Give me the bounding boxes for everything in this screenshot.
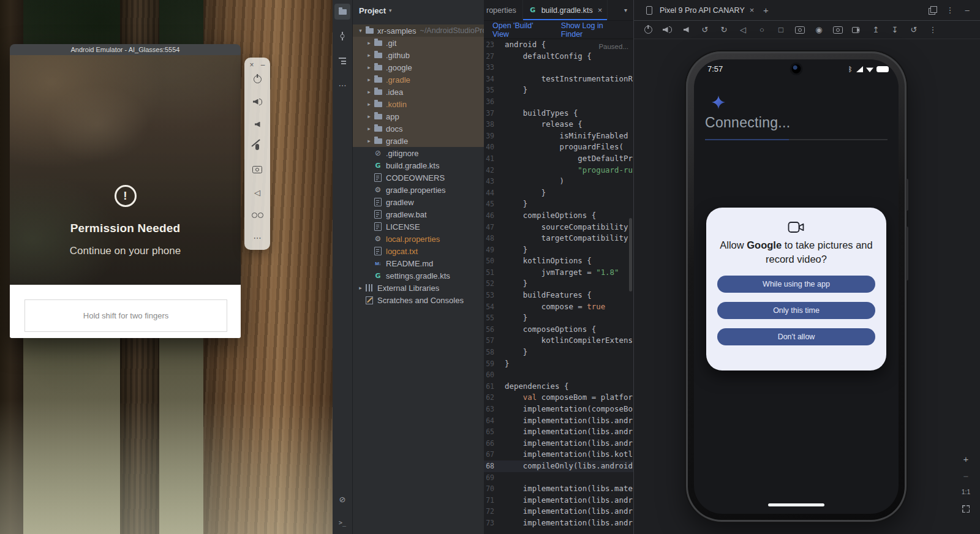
tree-item[interactable]: Scratches and Consoles bbox=[353, 294, 484, 306]
chevron-right-icon[interactable]: ▸ bbox=[365, 64, 373, 70]
tree-item[interactable]: ▾xr-samples~/AndroidStudioProje bbox=[353, 24, 484, 37]
chevron-down-icon[interactable]: ▾ bbox=[356, 28, 364, 34]
commit-icon[interactable] bbox=[334, 28, 350, 44]
tree-item[interactable]: ▸.idea bbox=[353, 86, 484, 98]
editor-scrollbar[interactable] bbox=[629, 218, 632, 291]
tab-gradle-properties[interactable]: roperties bbox=[484, 0, 523, 20]
tree-item[interactable]: ▸.google bbox=[353, 61, 484, 73]
tree-item[interactable]: Gbuild.gradle.kts bbox=[353, 159, 484, 171]
close-icon[interactable]: × bbox=[247, 60, 257, 70]
more-horizontal-icon[interactable]: ⋯ bbox=[251, 231, 264, 244]
tree-item[interactable]: ▸.gradle bbox=[353, 73, 484, 86]
problems-icon[interactable]: ⊘ bbox=[334, 491, 350, 507]
permission-subtitle: Continue on your phone bbox=[10, 245, 241, 257]
code-line: 48 targetCompatibility bbox=[484, 233, 633, 244]
tree-item[interactable]: Gsettings.gradle.kts bbox=[353, 269, 484, 282]
tree-item[interactable]: ▸docs bbox=[353, 122, 484, 135]
chevron-right-icon[interactable]: ▸ bbox=[365, 40, 373, 46]
tree-item[interactable]: ▸gradle bbox=[353, 135, 484, 147]
chevron-right-icon[interactable]: ▸ bbox=[365, 126, 373, 132]
tree-item[interactable]: LICENSE bbox=[353, 220, 484, 233]
tree-item[interactable]: ▸.github bbox=[353, 49, 484, 61]
power-icon[interactable] bbox=[641, 23, 655, 37]
minimize-icon[interactable]: – bbox=[960, 4, 974, 17]
tree-item[interactable]: ▸.kotlin bbox=[353, 98, 484, 110]
alert-icon: ! bbox=[115, 185, 137, 207]
text-icon bbox=[373, 246, 383, 256]
volume-up-icon[interactable] bbox=[660, 23, 674, 37]
tree-item[interactable]: gradlew.bat bbox=[353, 208, 484, 220]
power-icon[interactable] bbox=[251, 72, 264, 86]
rotate-right-icon[interactable]: ↻ bbox=[717, 23, 731, 37]
chevron-right-icon[interactable]: ▸ bbox=[356, 285, 364, 291]
back-icon[interactable]: ◁ bbox=[251, 186, 264, 199]
upload-icon[interactable]: ↥ bbox=[869, 23, 883, 37]
show-log-in-finder-link[interactable]: Show Log in Finder bbox=[561, 21, 625, 39]
chevron-right-icon[interactable]: ▸ bbox=[365, 89, 373, 95]
code-line: 50 kotlinOptions { bbox=[484, 255, 633, 267]
phone-screen[interactable]: 7:57 ᛒ Connecting... Allow Goog bbox=[694, 59, 899, 514]
wifi-icon bbox=[866, 65, 873, 73]
tree-item[interactable]: gradlew bbox=[353, 196, 484, 208]
tree-item[interactable]: CODEOWNERS bbox=[353, 171, 484, 184]
chevron-right-icon[interactable]: ▸ bbox=[365, 138, 373, 144]
tree-item[interactable]: ⚙gradle.properties bbox=[353, 184, 484, 196]
tree-item[interactable]: ▸.git bbox=[353, 37, 484, 49]
project-folder-icon[interactable] bbox=[334, 4, 350, 20]
glasses-icon[interactable] bbox=[251, 208, 264, 222]
emulator-title-bar[interactable]: Android Emulator - AI_Glasses:5554 bbox=[10, 44, 241, 55]
tree-item[interactable]: ⊘.gitignore bbox=[353, 147, 484, 159]
screenshot-icon[interactable] bbox=[793, 23, 807, 37]
volume-down-icon[interactable] bbox=[679, 23, 693, 37]
close-tab-icon[interactable]: × bbox=[750, 6, 755, 15]
back-icon[interactable]: ◁ bbox=[736, 23, 750, 37]
chevron-right-icon[interactable]: ▸ bbox=[365, 113, 373, 119]
chevron-down-icon[interactable]: ▾ bbox=[389, 7, 392, 13]
emulator-screen[interactable]: ! Permission Needed Continue on your pho… bbox=[10, 55, 241, 285]
open-build-view-link[interactable]: Open 'Build' View bbox=[492, 21, 550, 39]
volume-up-icon[interactable] bbox=[251, 95, 264, 108]
zoom-out-button[interactable]: − bbox=[963, 471, 969, 481]
rotate-left-icon[interactable]: ↺ bbox=[698, 23, 712, 37]
dialog-button-only-this-time[interactable]: Only this time bbox=[717, 302, 875, 319]
video-icon[interactable] bbox=[850, 23, 864, 37]
chevron-right-icon[interactable]: ▸ bbox=[365, 101, 373, 107]
dialog-button-while-using-the-app[interactable]: While using the app bbox=[717, 276, 875, 293]
home-indicator[interactable] bbox=[768, 503, 824, 506]
tab-build-gradle-kts[interactable]: G build.gradle.kts × bbox=[523, 0, 608, 20]
restore-icon[interactable]: ↺ bbox=[907, 23, 921, 37]
overview-icon[interactable]: □ bbox=[774, 23, 788, 37]
tree-item[interactable]: ⚙local.properties bbox=[353, 233, 484, 245]
download-icon[interactable]: ↧ bbox=[888, 23, 902, 37]
add-device-tab-icon[interactable]: + bbox=[759, 4, 772, 17]
actual-size-button[interactable]: 1:1 bbox=[962, 488, 971, 495]
camera-icon[interactable] bbox=[251, 163, 264, 176]
minimize-icon[interactable]: – bbox=[258, 60, 268, 70]
structure-icon[interactable] bbox=[334, 53, 350, 69]
volume-down-icon[interactable] bbox=[251, 118, 264, 131]
terminal-icon[interactable]: >_ bbox=[334, 514, 350, 530]
tree-item[interactable]: ▸External Libraries bbox=[353, 282, 484, 294]
tabs-dropdown-icon[interactable]: ▾ bbox=[618, 0, 633, 20]
home-icon[interactable]: ○ bbox=[755, 23, 769, 37]
tree-item[interactable]: ▸app bbox=[353, 110, 484, 122]
close-tab-icon[interactable]: × bbox=[598, 6, 603, 15]
popout-icon[interactable] bbox=[926, 4, 940, 17]
code-editor[interactable]: 23android {27 defaultConfig {3334 testIn… bbox=[484, 39, 633, 534]
project-panel-title[interactable]: Project bbox=[359, 6, 386, 15]
kebab-icon[interactable]: ⋮ bbox=[926, 23, 940, 37]
fit-screen-button[interactable] bbox=[959, 502, 973, 516]
record-icon[interactable]: ◉ bbox=[812, 23, 826, 37]
tree-item-label: gradlew bbox=[386, 198, 414, 207]
dialog-button-don-t-allow[interactable]: Don't allow bbox=[717, 328, 875, 345]
tree-item[interactable]: logcat.txt bbox=[353, 245, 484, 257]
chevron-right-icon[interactable]: ▸ bbox=[365, 52, 373, 58]
chevron-right-icon[interactable]: ▸ bbox=[365, 77, 373, 83]
tab-pixel-9-pro[interactable]: Pixel 9 Pro API CANARY × bbox=[640, 0, 756, 21]
camera-icon[interactable] bbox=[831, 23, 845, 37]
zoom-in-button[interactable]: + bbox=[963, 454, 969, 464]
kebab-icon[interactable]: ⋮ bbox=[943, 4, 957, 17]
mic-off-icon[interactable] bbox=[251, 140, 264, 154]
more-horizontal-icon[interactable]: ⋯ bbox=[334, 77, 350, 93]
tree-item[interactable]: M↓README.md bbox=[353, 257, 484, 269]
